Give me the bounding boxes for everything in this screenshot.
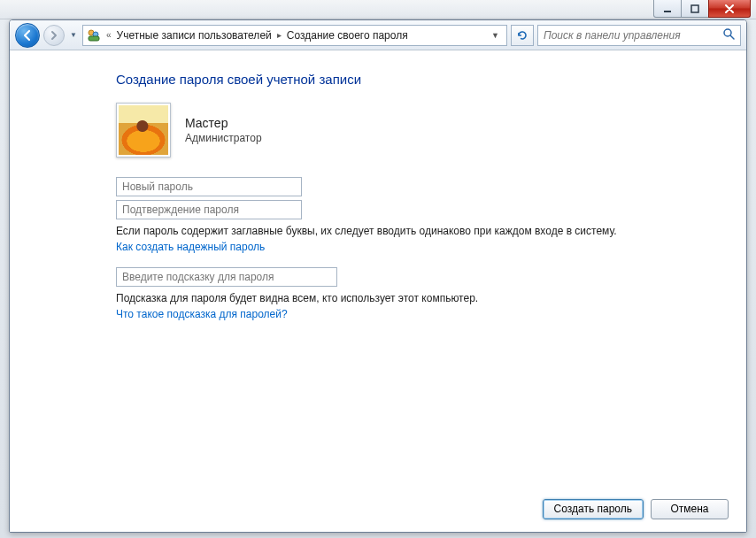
user-accounts-icon (87, 28, 101, 42)
svg-rect-0 (664, 11, 671, 12)
breadcrumb-user-accounts[interactable]: Учетные записи пользователей (117, 29, 272, 42)
strong-password-link[interactable]: Как создать надежный пароль (116, 241, 265, 253)
confirm-password-input[interactable] (116, 200, 302, 219)
page-title: Создание пароля своей учетной записи (116, 72, 640, 87)
search-input[interactable] (544, 29, 722, 42)
cancel-button[interactable]: Отмена (651, 499, 729, 519)
new-password-input[interactable] (116, 177, 302, 196)
password-hint-input[interactable] (116, 267, 337, 287)
refresh-button[interactable] (511, 25, 534, 46)
window: ▼ « Учетные записи пользователей ▸ Созда… (9, 19, 747, 533)
avatar (116, 103, 171, 158)
window-controls (654, 0, 751, 18)
background-strip (0, 0, 756, 19)
maximize-button[interactable] (681, 0, 709, 18)
avatar-image (119, 105, 168, 155)
hint-warning-text: Подсказка для пароля будет видна всем, к… (116, 292, 640, 304)
user-role: Администратор (185, 132, 262, 144)
address-bar: ▼ « Учетные записи пользователей ▸ Созда… (10, 20, 746, 50)
nav-back-button[interactable] (15, 23, 40, 48)
user-block: Мастер Администратор (116, 103, 640, 158)
nav-history-dropdown[interactable]: ▼ (68, 31, 79, 39)
nav-forward-button[interactable] (43, 25, 65, 46)
chevron-right-icon: ▸ (275, 30, 283, 40)
minimize-button[interactable] (653, 0, 682, 18)
password-hint-help-link[interactable]: Что такое подсказка для паролей? (116, 308, 288, 320)
breadcrumb-bar[interactable]: « Учетные записи пользователей ▸ Создани… (82, 25, 507, 46)
svg-line-6 (730, 35, 734, 39)
user-name: Мастер (185, 116, 262, 130)
content-area: Создание пароля своей учетной записи Мас… (10, 50, 746, 493)
close-button[interactable] (708, 0, 751, 18)
svg-rect-4 (89, 36, 99, 41)
address-dropdown[interactable]: ▼ (488, 31, 503, 40)
user-info: Мастер Администратор (185, 116, 262, 144)
breadcrumb-create-password[interactable]: Создание своего пароля (287, 29, 408, 42)
svg-rect-1 (691, 5, 698, 12)
search-icon[interactable] (722, 27, 735, 42)
chevron-left-icon: « (104, 30, 113, 40)
button-bar: Создать пароль Отмена (10, 493, 746, 532)
caps-warning-text: Если пароль содержит заглавные буквы, их… (116, 225, 640, 237)
search-box[interactable] (537, 25, 741, 46)
create-password-button[interactable]: Создать пароль (543, 499, 644, 519)
